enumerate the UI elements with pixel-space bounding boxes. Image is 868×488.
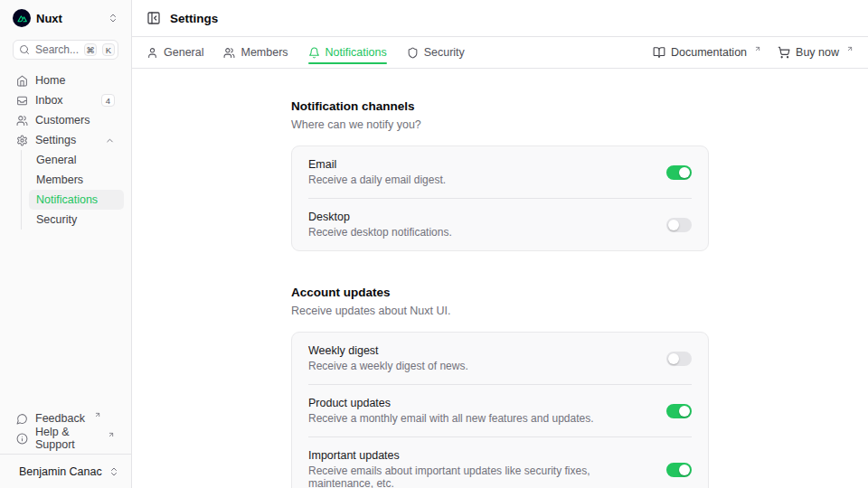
bell-icon bbox=[308, 47, 320, 59]
email-toggle[interactable] bbox=[666, 165, 692, 180]
sidebar-item-label: Inbox bbox=[35, 94, 94, 107]
section-title: Account updates bbox=[291, 286, 709, 299]
sidebar-item-help-support[interactable]: Help & Support bbox=[7, 428, 124, 448]
tab-notifications[interactable]: Notifications bbox=[308, 37, 387, 68]
setting-description: Receive a daily email digest. bbox=[308, 174, 446, 186]
product-updates-toggle[interactable] bbox=[666, 404, 692, 418]
sidebar-item-label: Members bbox=[36, 174, 83, 186]
page-header: Settings bbox=[132, 0, 868, 37]
tab-label: Members bbox=[241, 46, 288, 59]
tab-members[interactable]: Members bbox=[223, 37, 288, 68]
section-title: Notification channels bbox=[291, 99, 709, 113]
setting-title: Email bbox=[308, 158, 446, 171]
setting-row-email: Email Receive a daily email digest. bbox=[308, 146, 692, 198]
external-link-icon bbox=[94, 411, 101, 418]
chevron-up-down-icon bbox=[108, 466, 119, 477]
user-menu[interactable]: Benjamin Canac bbox=[7, 455, 124, 488]
account-updates-card: Weekly digest Receive a weekly digest of… bbox=[291, 332, 709, 488]
setting-title: Weekly digest bbox=[308, 344, 468, 357]
tab-label: Notifications bbox=[326, 46, 387, 59]
chevron-up-icon bbox=[105, 136, 115, 145]
collapse-sidebar-button[interactable] bbox=[146, 11, 161, 25]
search-input[interactable]: Search... ⌘ K bbox=[13, 40, 118, 60]
setting-description: Receive a weekly digest of news. bbox=[308, 360, 468, 372]
setting-title: Important updates bbox=[308, 449, 652, 462]
settings-submenu: General Members Notifications Security bbox=[21, 150, 124, 230]
people-icon bbox=[223, 47, 235, 59]
sidebar-item-label: Home bbox=[35, 74, 115, 87]
speech-bubble-icon bbox=[16, 413, 28, 425]
inbox-icon bbox=[16, 95, 28, 107]
setting-row-desktop: Desktop Receive desktop notifications. bbox=[308, 198, 692, 250]
sidebar-item-label: General bbox=[36, 154, 76, 166]
setting-title: Desktop bbox=[308, 211, 452, 223]
sidebar-item-label: Customers bbox=[35, 114, 115, 127]
panel-left-close-icon bbox=[146, 11, 161, 25]
setting-description: Receive a monthly email with all new fea… bbox=[308, 412, 594, 425]
search-icon bbox=[19, 44, 30, 55]
sidebar-item-security[interactable]: Security bbox=[29, 210, 124, 230]
tab-security[interactable]: Security bbox=[407, 37, 465, 68]
sidebar-item-customers[interactable]: Customers bbox=[7, 110, 124, 130]
workspace-name: Nuxt bbox=[36, 12, 102, 25]
setting-row-weekly-digest: Weekly digest Receive a weekly digest of… bbox=[308, 333, 692, 384]
documentation-link[interactable]: Documentation bbox=[653, 46, 761, 59]
shield-icon bbox=[407, 47, 419, 59]
link-label: Buy now bbox=[796, 46, 839, 59]
tab-bar: General Members Notifications Security D… bbox=[132, 37, 868, 69]
workspace-switcher[interactable]: Nuxt bbox=[7, 0, 124, 36]
setting-description: Receive emails about important updates l… bbox=[308, 465, 652, 488]
book-open-icon bbox=[653, 46, 665, 59]
search-placeholder: Search... bbox=[35, 43, 79, 56]
sidebar-item-label: Security bbox=[36, 213, 77, 226]
tabbar-links: Documentation Buy now bbox=[653, 46, 854, 59]
desktop-toggle[interactable] bbox=[666, 218, 692, 232]
external-link-icon bbox=[108, 431, 115, 438]
important-updates-toggle[interactable] bbox=[666, 463, 692, 477]
sidebar-item-label: Notifications bbox=[36, 193, 98, 206]
sidebar-item-label: Help & Support bbox=[35, 426, 99, 451]
nuxt-logo-icon bbox=[13, 9, 31, 27]
section-description: Receive updates about Nuxt UI. bbox=[291, 305, 709, 317]
user-name: Benjamin Canac bbox=[19, 465, 102, 478]
link-label: Documentation bbox=[671, 46, 747, 59]
section-description: Where can we notify you? bbox=[291, 118, 709, 131]
main-area: Settings General Members Notifications S… bbox=[132, 0, 868, 488]
person-icon bbox=[146, 47, 158, 59]
setting-description: Receive desktop notifications. bbox=[308, 226, 452, 239]
sidebar-item-general[interactable]: General bbox=[29, 150, 124, 170]
users-icon bbox=[16, 115, 28, 127]
inbox-count-badge: 4 bbox=[101, 94, 115, 107]
cart-icon bbox=[778, 46, 790, 59]
tab-label: General bbox=[164, 46, 203, 59]
tab-label: Security bbox=[424, 46, 465, 59]
info-circle-icon bbox=[16, 433, 28, 445]
home-icon bbox=[16, 75, 28, 87]
external-link-icon bbox=[754, 45, 761, 52]
setting-title: Product updates bbox=[308, 397, 594, 409]
notification-channels-card: Email Receive a daily email digest. Desk… bbox=[291, 145, 709, 251]
sidebar-item-inbox[interactable]: Inbox 4 bbox=[7, 90, 124, 110]
kbd-cmd: ⌘ bbox=[84, 43, 97, 56]
chevron-up-down-icon bbox=[108, 13, 118, 23]
page-title: Settings bbox=[170, 12, 218, 25]
sidebar-item-settings[interactable]: Settings bbox=[7, 130, 124, 150]
weekly-digest-toggle[interactable] bbox=[666, 352, 692, 366]
sidebar-item-members[interactable]: Members bbox=[29, 170, 124, 190]
sidebar-item-label: Feedback bbox=[35, 412, 85, 425]
setting-row-important-updates: Important updates Receive emails about i… bbox=[308, 436, 692, 488]
setting-row-product-updates: Product updates Receive a monthly email … bbox=[308, 384, 692, 436]
sidebar-item-label: Settings bbox=[35, 134, 98, 146]
external-link-icon bbox=[846, 45, 854, 52]
sidebar-spacer bbox=[7, 230, 124, 408]
gear-icon bbox=[16, 135, 28, 146]
sidebar-item-notifications[interactable]: Notifications bbox=[29, 190, 124, 210]
kbd-k: K bbox=[102, 43, 115, 56]
sidebar: Nuxt Search... ⌘ K Home Inbox 4 Customer… bbox=[0, 0, 132, 488]
settings-content: Notification channels Where can we notif… bbox=[132, 69, 868, 488]
buy-now-link[interactable]: Buy now bbox=[778, 46, 854, 59]
tab-general[interactable]: General bbox=[146, 37, 203, 68]
sidebar-item-home[interactable]: Home bbox=[7, 70, 124, 90]
